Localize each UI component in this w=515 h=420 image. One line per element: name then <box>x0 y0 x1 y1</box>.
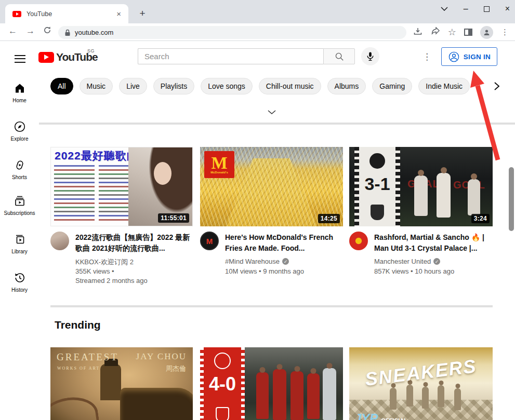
sidebar-item-shorts[interactable]: Shorts <box>0 159 39 180</box>
subscriptions-icon <box>14 195 26 207</box>
chip-chill-out-music[interactable]: Chill-out music <box>259 78 321 94</box>
video-thumbnail[interactable]: GREATEST WORKS OF ART JAY CHOU 周杰倫 <box>50 347 193 420</box>
search-icon <box>335 52 344 61</box>
shorts-icon <box>14 159 26 171</box>
video-thumbnail[interactable]: 2022最好聽歌曲 11:55:01 <box>50 147 193 226</box>
lock-icon <box>64 29 71 36</box>
browser-tab[interactable]: YouTube × <box>5 4 128 23</box>
library-icon <box>14 233 26 246</box>
video-title[interactable]: 2022流行歌曲【無廣告】2022 最新歌曲 2021好听的流行歌曲... <box>75 232 193 254</box>
person-circle-icon <box>448 51 460 63</box>
chips-next-button[interactable] <box>485 78 508 94</box>
chevron-right-icon <box>494 82 500 91</box>
youtube-favicon-icon <box>12 11 21 17</box>
video-meta: 355K views •Streamed 2 months ago <box>75 267 148 286</box>
tab-title: YouTube <box>27 10 114 18</box>
duration-badge: 14:25 <box>318 214 340 223</box>
sign-in-label: SIGN IN <box>464 53 491 61</box>
section-divider <box>39 123 515 125</box>
youtube-settings-kebab-icon[interactable]: ⋮ <box>422 51 431 62</box>
youtube-logo-icon <box>38 52 54 63</box>
forward-button[interactable]: → <box>26 26 35 36</box>
sidebar-item-history[interactable]: History <box>0 272 39 293</box>
history-icon <box>14 272 26 284</box>
jyp-logo: JYP OFFICIAL <box>354 411 407 420</box>
scoreboard-panel: 4-0 <box>200 347 245 420</box>
verified-badge-icon: ✓ <box>282 258 289 265</box>
chip-playlists[interactable]: Playlists <box>153 78 194 94</box>
video-title[interactable]: Rashford, Martial & Sancho 🔥 | Man Utd 3… <box>374 232 493 254</box>
channel-name[interactable]: KKBOX-欢迎订阅 2 <box>75 258 134 267</box>
video-thumbnail[interactable]: 4-0 <box>200 347 343 420</box>
duration-badge: 3:24 <box>471 214 490 223</box>
page-scrollbar-thumb[interactable] <box>509 167 514 231</box>
chip-indie-music[interactable]: Indie Music <box>418 78 470 94</box>
video-thumbnail[interactable]: M McDonald's 14:25 <box>200 147 343 226</box>
browser-menu-icon[interactable]: ⋮ <box>501 28 509 37</box>
explore-compass-icon <box>14 120 26 133</box>
maximize-button[interactable] <box>484 6 490 12</box>
verified-badge-icon: ✓ <box>433 258 440 265</box>
download-icon[interactable] <box>413 27 422 38</box>
thumbnail-overlay-title: 2022最好聽歌曲 <box>55 148 138 163</box>
trending-heading: Trending <box>55 319 101 331</box>
video-thumbnail[interactable]: SNEAKERS JYP OFFICIAL <box>349 347 493 420</box>
reload-button[interactable] <box>43 26 51 37</box>
sidebar-item-library[interactable]: Library <box>0 233 39 254</box>
video-thumbnail[interactable]: GOAL GOAL 3-1 3:24 <box>349 147 493 226</box>
search-button[interactable] <box>323 48 355 64</box>
minimize-button[interactable]: – <box>464 5 468 13</box>
channel-name[interactable]: #Mind Warehouse✓ <box>225 258 289 265</box>
guide-hamburger-icon[interactable] <box>15 52 25 65</box>
video-title[interactable]: Here's How McDonald's French Fries Are M… <box>225 232 342 254</box>
chip-love-songs[interactable]: Love songs <box>201 78 253 94</box>
voice-search-button[interactable] <box>361 47 379 65</box>
channel-avatar[interactable] <box>50 232 69 250</box>
chip-all[interactable]: All <box>50 78 73 94</box>
channel-avatar[interactable]: M <box>200 232 219 250</box>
browser-profile-avatar[interactable] <box>480 26 493 39</box>
sign-in-button[interactable]: SIGN IN <box>441 47 497 66</box>
scoreboard-panel: 3-1 <box>354 147 400 226</box>
mini-guide: Home Explore Shorts Subscriptions Librar… <box>0 70 39 420</box>
bookmark-star-icon[interactable]: ☆ <box>448 26 456 38</box>
chip-live[interactable]: Live <box>119 78 147 94</box>
chip-gaming[interactable]: Gaming <box>372 78 412 94</box>
channel-name[interactable]: Manchester United✓ <box>374 258 440 265</box>
chip-albums[interactable]: Albums <box>327 78 366 94</box>
chip-music[interactable]: Music <box>80 78 113 94</box>
share-icon[interactable] <box>430 27 440 38</box>
channel-avatar[interactable] <box>349 232 368 250</box>
tab-close-icon[interactable]: × <box>114 9 123 18</box>
filter-chips-bar: All Music Live Playlists Love songs Chil… <box>50 78 470 94</box>
address-bar[interactable]: youtube.com <box>58 26 406 39</box>
video-meta: 857K views • 10 hours ago <box>374 267 454 276</box>
browser-titlebar: YouTube × + – × <box>0 0 515 23</box>
search-input[interactable] <box>138 48 323 64</box>
region-label: SG <box>87 48 95 53</box>
home-icon <box>14 82 26 94</box>
microphone-icon <box>366 51 375 61</box>
sidebar-item-explore[interactable]: Explore <box>0 120 39 142</box>
sidebar-item-subscriptions[interactable]: Subscriptions <box>0 195 39 216</box>
tab-search-chevron-icon[interactable] <box>441 7 448 11</box>
side-panel-icon[interactable] <box>464 29 472 36</box>
expand-banner-chevron-icon[interactable] <box>263 108 280 118</box>
sidebar-item-home[interactable]: Home <box>0 82 39 103</box>
back-button[interactable]: ← <box>8 26 17 36</box>
browser-window: YouTube × + – × ← → youtube.com ☆ <box>0 0 515 420</box>
mcdonalds-logo: M McDonald's <box>204 151 234 178</box>
video-meta: 10M views • 9 months ago <box>225 267 304 276</box>
section-divider <box>50 305 493 307</box>
duration-badge: 11:55:01 <box>158 213 189 223</box>
new-tab-button[interactable]: + <box>136 7 149 20</box>
window-close-button[interactable]: × <box>505 5 510 13</box>
url-text: youtube.com <box>75 29 113 36</box>
